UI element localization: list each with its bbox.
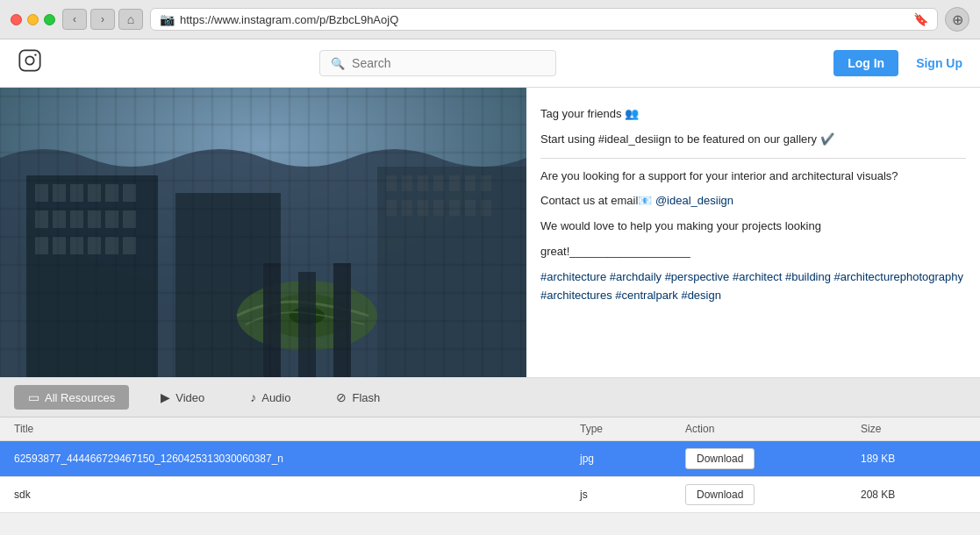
caption-hashtags[interactable]: #architecture #archdaily #perspective #a…: [540, 268, 966, 305]
row1-title: 62593877_444466729467150_126042531303006…: [14, 453, 580, 465]
tab-audio[interactable]: ♪ Audio: [236, 385, 304, 410]
row1-size: 189 KB: [861, 453, 966, 465]
caption-divider: [540, 158, 966, 159]
signup-button[interactable]: Sign Up: [916, 56, 962, 70]
caption-line5: We would love to help you making your pr…: [540, 218, 966, 236]
caption-line6: great!___________________: [540, 243, 966, 261]
header-title: Title: [14, 423, 580, 435]
resource-table: Title Type Action Size 62593877_44446672…: [0, 417, 980, 513]
building-overlay: [0, 88, 526, 377]
login-button[interactable]: Log In: [833, 50, 898, 76]
svg-point-2: [34, 54, 36, 55]
url-input[interactable]: [180, 13, 908, 26]
row2-title: sdk: [14, 489, 580, 501]
audio-icon: ♪: [250, 390, 256, 404]
header-type: Type: [580, 423, 685, 435]
row2-type: js: [580, 489, 685, 501]
row2-size: 208 KB: [861, 489, 966, 501]
row2-action-cell: Download: [685, 484, 861, 505]
caption-area: Tag your friends 👥 Start using #ideal_de…: [526, 88, 980, 377]
search-bar[interactable]: 🔍: [319, 50, 556, 76]
browser-chrome: ‹ › ⌂ 📷 🔖 ⊕: [0, 0, 980, 39]
svg-point-1: [25, 56, 33, 64]
all-resources-icon: ▭: [28, 390, 39, 404]
browser-action-button[interactable]: ⊕: [945, 7, 969, 32]
tab-video[interactable]: ▶ Video: [147, 385, 218, 410]
table-row[interactable]: sdk js Download 208 KB: [0, 477, 980, 513]
tab-video-label: Video: [175, 391, 204, 404]
back-button[interactable]: ‹: [62, 9, 87, 30]
header-action: Action: [685, 423, 861, 435]
tab-all-resources-label: All Resources: [45, 391, 115, 404]
maximize-button[interactable]: [44, 14, 55, 25]
search-icon: 🔍: [331, 57, 345, 70]
download-button-2[interactable]: Download: [685, 484, 755, 505]
caption-line4: Contact us at email📧 @ideal_desiign: [540, 192, 966, 210]
instagram-logo: [18, 48, 42, 78]
tab-all-resources[interactable]: ▭ All Resources: [14, 385, 129, 410]
video-icon: ▶: [161, 390, 170, 404]
post-image-container: [0, 88, 526, 377]
header-size: Size: [861, 423, 966, 435]
tab-flash-label: Flash: [352, 391, 380, 404]
tab-audio-label: Audio: [261, 391, 290, 404]
main-content: Tag your friends 👥 Start using #ideal_de…: [0, 88, 980, 377]
home-button[interactable]: ⌂: [118, 9, 143, 30]
flash-icon: ⊘: [336, 390, 347, 404]
post-image: [0, 88, 526, 377]
search-input[interactable]: [352, 56, 527, 70]
caption-line1: Tag your friends 👥: [540, 105, 966, 124]
svg-rect-0: [19, 50, 39, 70]
caption-line2: Start using #ideal_desiign to be feature…: [540, 131, 966, 149]
url-favicon: 📷: [160, 12, 175, 26]
caption-mention[interactable]: @ideal_desiign: [655, 194, 733, 207]
tab-flash[interactable]: ⊘ Flash: [322, 385, 394, 410]
url-bar[interactable]: 📷 🔖: [150, 8, 938, 31]
table-header: Title Type Action Size: [0, 417, 980, 441]
table-row[interactable]: 62593877_444466729467150_126042531303006…: [0, 441, 980, 477]
caption-line3: Are you looking for a support for your i…: [540, 168, 966, 186]
close-button[interactable]: [11, 14, 22, 25]
minimize-button[interactable]: [27, 14, 39, 25]
download-button-1[interactable]: Download: [685, 448, 755, 469]
caption-line4-prefix: Contact us at email📧: [540, 194, 655, 207]
forward-button[interactable]: ›: [90, 9, 115, 30]
row1-action-cell: Download: [685, 448, 861, 469]
traffic-lights: [11, 14, 55, 25]
instagram-header: 🔍 Log In Sign Up: [0, 39, 980, 88]
bookmark-icon[interactable]: 🔖: [913, 12, 928, 26]
resource-panel: ▭ All Resources ▶ Video ♪ Audio ⊘ Flash …: [0, 377, 980, 513]
nav-buttons: ‹ › ⌂: [62, 9, 143, 30]
browser-titlebar: ‹ › ⌂ 📷 🔖 ⊕: [0, 0, 980, 39]
row1-type: jpg: [580, 453, 685, 465]
resource-tabs: ▭ All Resources ▶ Video ♪ Audio ⊘ Flash: [0, 378, 980, 417]
